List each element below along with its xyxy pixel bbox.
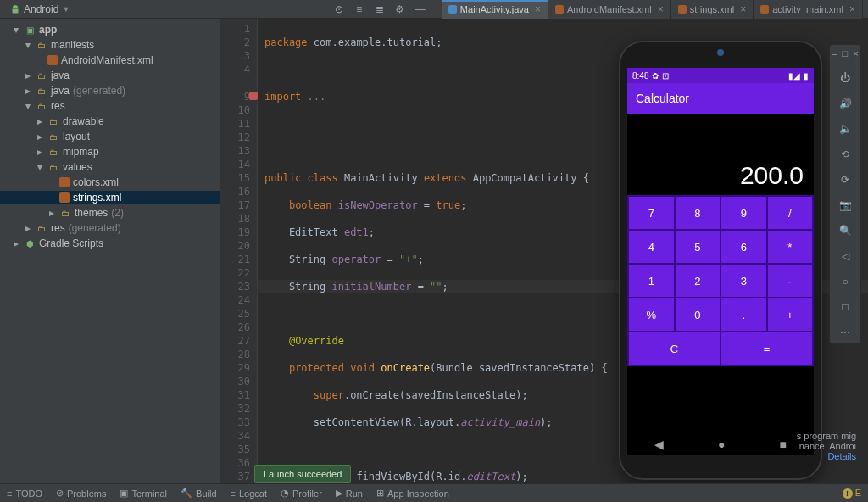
chevron-right-icon: ▸ [36, 115, 44, 127]
tree-label: java [51, 85, 70, 97]
maximize-icon[interactable]: □ [843, 48, 849, 59]
back-icon[interactable]: ◁ [837, 248, 853, 264]
key-clear[interactable]: C [629, 332, 720, 365]
rotate-right-icon[interactable]: ⟳ [837, 172, 853, 187]
line-number-gutter[interactable]: 1 2 3 4 9 10 11 12 13 14 15 16 17 18 19 … [220, 19, 258, 483]
notification-snippet: s program mig nance. Androi Details [666, 427, 861, 465]
chevron-down-icon: ▼ [62, 5, 70, 14]
android-status-bar: 8:48 ✿ ⊡ ▮◢ ▮ [627, 68, 814, 83]
key-1[interactable]: 1 [629, 265, 674, 297]
key-0[interactable]: 0 [676, 298, 721, 331]
key-multiply[interactable]: * [768, 231, 813, 263]
folder-icon: 🗀 [47, 146, 59, 158]
folder-icon: 🗀 [47, 115, 59, 127]
tree-module-app[interactable]: ▾▣app [0, 23, 220, 36]
key-percent[interactable]: % [629, 298, 674, 331]
home-icon[interactable]: ○ [837, 274, 853, 289]
folder-icon: 🗀 [59, 207, 71, 219]
key-9[interactable]: 9 [721, 197, 766, 229]
code-editor[interactable]: 1 2 3 4 9 10 11 12 13 14 15 16 17 18 19 … [220, 19, 868, 483]
tab-main-activity[interactable]: MainActivity.java × [442, 0, 548, 19]
key-6[interactable]: 6 [721, 231, 766, 263]
bottom-build[interactable]: 🔨Build [181, 488, 216, 499]
tree-file-colors-xml[interactable]: colors.xml [0, 176, 220, 189]
key-8[interactable]: 8 [676, 197, 721, 229]
collapse-all-icon[interactable]: ≣ [372, 2, 387, 17]
volume-down-icon[interactable]: 🔈 [837, 121, 853, 137]
tab-android-manifest[interactable]: AndroidManifest.xml × [548, 0, 671, 19]
key-minus[interactable]: - [768, 265, 813, 297]
hide-panel-icon[interactable]: — [413, 2, 428, 17]
tree-folder-res[interactable]: ▾🗀res [0, 99, 220, 113]
bottom-run[interactable]: ▶Run [336, 488, 363, 499]
tree-folder-values[interactable]: ▾🗀values [0, 160, 220, 174]
battery-icon: ▮ [804, 71, 809, 81]
bottom-app-inspection[interactable]: ⊞App Inspection [376, 488, 449, 499]
close-icon[interactable]: × [658, 3, 664, 15]
app-title: Calculator [636, 92, 689, 105]
close-icon[interactable]: × [849, 3, 855, 15]
key-2[interactable]: 2 [676, 265, 721, 297]
close-icon[interactable]: × [535, 3, 541, 15]
chevron-right-icon: ▸ [47, 207, 56, 219]
device-screen[interactable]: 8:48 ✿ ⊡ ▮◢ ▮ Calculator 200.0 7 8 9 [627, 68, 814, 455]
project-tree[interactable]: ▾▣app ▾🗀manifests AndroidManifest.xml ▸🗀… [0, 19, 220, 483]
event-log-indicator[interactable]: ! E [843, 488, 861, 499]
calculator-keypad: 7 8 9 / 4 5 6 * 1 2 3 - % 0 . + C [627, 195, 814, 366]
key-4[interactable]: 4 [629, 231, 674, 263]
bottom-todo[interactable]: ≡TODO [7, 488, 42, 499]
tree-folder-themes[interactable]: ▸🗀themes (2) [0, 206, 220, 220]
chevron-right-icon: ▸ [12, 237, 20, 249]
close-icon[interactable]: × [853, 48, 858, 59]
chevron-right-icon: ▸ [24, 222, 32, 234]
tree-gradle-scripts[interactable]: ▸⬢Gradle Scripts [0, 237, 220, 250]
key-equals[interactable]: = [721, 332, 812, 365]
screenshot-icon[interactable]: 📷 [837, 198, 853, 213]
tree-folder-manifests[interactable]: ▾🗀manifests [0, 38, 220, 52]
bottom-problems[interactable]: ⊘Problems [56, 488, 106, 499]
emulator-toolbar: – □ × ⏻ 🔊 🔈 ⟲ ⟳ 📷 🔍 ◁ ○ □ ⋯ [829, 44, 861, 344]
generated-hint: (generated) [73, 85, 125, 97]
power-icon[interactable]: ⏻ [837, 70, 853, 86]
bottom-profiler[interactable]: ◔Profiler [281, 488, 322, 499]
key-plus[interactable]: + [768, 298, 813, 331]
tree-folder-drawable[interactable]: ▸🗀drawable [0, 114, 220, 128]
overview-icon[interactable]: □ [837, 299, 853, 315]
more-icon[interactable]: ⋯ [837, 325, 853, 340]
zoom-icon[interactable]: 🔍 [837, 223, 853, 238]
rotate-left-icon[interactable]: ⟲ [837, 147, 853, 162]
notification-details-link[interactable]: Details [827, 451, 856, 461]
key-3[interactable]: 3 [721, 265, 766, 297]
tab-label: strings.xml [690, 4, 735, 14]
minimize-icon[interactable]: – [832, 48, 837, 59]
tree-file-strings-xml[interactable]: strings.xml [0, 191, 220, 204]
volume-up-icon[interactable]: 🔊 [837, 96, 853, 111]
tab-label: AndroidManifest.xml [567, 4, 652, 14]
close-icon[interactable]: × [740, 3, 746, 15]
key-divide[interactable]: / [768, 197, 813, 229]
nav-back-icon[interactable]: ◀ [654, 438, 664, 451]
bottom-terminal[interactable]: ▣Terminal [120, 488, 167, 499]
select-opened-file-icon[interactable]: ⊙ [331, 2, 347, 17]
project-view-selector[interactable]: Android ▼ [5, 3, 75, 15]
bottom-logcat[interactable]: ≡Logcat [231, 488, 267, 499]
tree-folder-res-generated[interactable]: ▸🗀res (generated) [0, 221, 220, 235]
chevron-down-icon: ▾ [24, 100, 32, 112]
tree-label: app [39, 24, 57, 36]
gear-icon[interactable]: ⚙ [392, 2, 408, 17]
tree-label: res [51, 222, 65, 234]
tree-folder-layout[interactable]: ▸🗀layout [0, 130, 220, 143]
key-dot[interactable]: . [721, 298, 766, 331]
tab-activity-main-xml[interactable]: activity_main.xml × [754, 0, 863, 19]
tree-folder-mipmap[interactable]: ▸🗀mipmap [0, 145, 220, 159]
tree-file-android-manifest[interactable]: AndroidManifest.xml [0, 53, 220, 67]
key-7[interactable]: 7 [629, 197, 674, 229]
gradle-icon: ⬢ [24, 237, 36, 249]
expand-all-icon[interactable]: ≡ [352, 2, 367, 17]
tree-label: res [51, 100, 65, 112]
tree-folder-java[interactable]: ▸🗀java [0, 69, 220, 82]
device-camera-dot [717, 49, 724, 56]
tree-folder-java-generated[interactable]: ▸🗀java (generated) [0, 84, 220, 98]
key-5[interactable]: 5 [676, 231, 721, 263]
tab-strings-xml[interactable]: strings.xml × [671, 0, 754, 19]
